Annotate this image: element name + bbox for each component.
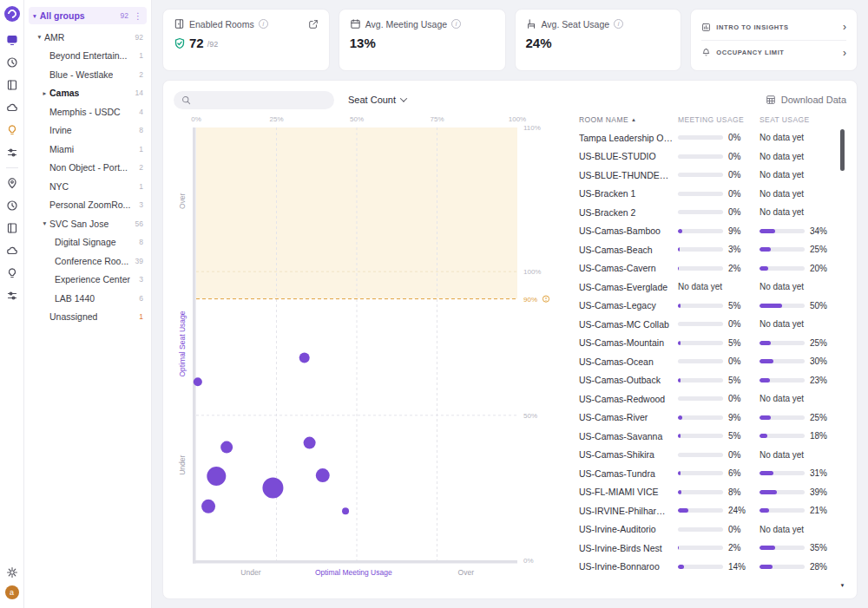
- download-data-button[interactable]: Download Data: [766, 95, 846, 105]
- table-row[interactable]: US-BLUE-STUDIO0%No data yet: [575, 147, 846, 167]
- table-row[interactable]: US-BLUE-THUNDERDOME0%No data yet: [575, 166, 846, 185]
- room-name: US-Camas-Redwood: [579, 394, 678, 404]
- table-row[interactable]: US-Camas-Ocean0%30%: [575, 352, 846, 371]
- seat-usage-cell: 35%: [760, 543, 832, 552]
- column-header-room-name[interactable]: ROOM NAME ▲: [579, 115, 678, 124]
- external-link-icon[interactable]: [308, 19, 319, 29]
- room-name: US-Camas-Shikira: [579, 449, 678, 460]
- room-name: US-Camas-Ocean: [579, 356, 678, 367]
- sidebar-item[interactable]: Conference Roo...39: [24, 252, 151, 271]
- group-count: 56: [132, 219, 143, 228]
- table-row[interactable]: US-Irvine-Bonnaroo14%28%: [575, 558, 846, 577]
- table-row[interactable]: US-Irvine-Birds Nest2%35%: [575, 539, 846, 558]
- occupancy-limit-link[interactable]: OCCUPANCY LIMIT ›: [701, 41, 846, 66]
- pin-icon[interactable]: [3, 172, 22, 194]
- sidebar-item[interactable]: Memphis - USDC4: [24, 102, 151, 121]
- chart-bubble[interactable]: [299, 352, 310, 363]
- sliders-icon[interactable]: [3, 284, 22, 307]
- scrollbar[interactable]: ▼: [838, 127, 846, 588]
- sidebar-item[interactable]: Irvine8: [24, 121, 151, 141]
- scrollbar-thumb[interactable]: [840, 129, 845, 171]
- table-row[interactable]: US-Camas-Legacy5%50%: [575, 297, 846, 316]
- chart-bubble[interactable]: [262, 477, 283, 498]
- sidebar-item[interactable]: Experience Center3: [24, 271, 151, 290]
- sidebar-item[interactable]: Digital Signage8: [24, 233, 151, 252]
- scroll-down-icon[interactable]: ▼: [840, 583, 845, 588]
- chart-bubble[interactable]: [194, 377, 202, 386]
- column-header-meeting-usage[interactable]: MEETING USAGE: [678, 115, 760, 124]
- book-icon[interactable]: [3, 217, 22, 239]
- table-row[interactable]: Tampa Leadership Offsite0%No data yet: [575, 128, 846, 147]
- settings-gear-icon[interactable]: [6, 566, 18, 579]
- usage-value: 28%: [810, 562, 827, 572]
- info-icon[interactable]: i: [259, 19, 268, 29]
- sidebar-item[interactable]: NYC1: [24, 177, 151, 196]
- sliders-icon[interactable]: [3, 141, 22, 164]
- search-input[interactable]: [196, 95, 326, 105]
- chart-bubble[interactable]: [342, 507, 349, 514]
- table-row[interactable]: US-Camas-EvergladeNo data yetNo data yet: [575, 278, 846, 297]
- chart-bubble[interactable]: [201, 500, 215, 513]
- table-row[interactable]: US-Camas-Redwood0%No data yet: [575, 389, 846, 409]
- sidebar-item[interactable]: ▾SVC San Jose56: [24, 214, 151, 233]
- rooms-table-body: Tampa Leadership Offsite0%No data yetUS-…: [575, 128, 846, 576]
- sidebar-item[interactable]: Non Object - Port...2: [24, 159, 151, 178]
- table-row[interactable]: US-Camas-Mountain5%25%: [575, 334, 846, 353]
- table-row[interactable]: US-Camas-Bamboo9%34%: [575, 222, 846, 241]
- sidebar-item[interactable]: LAB 14406: [24, 289, 151, 308]
- sidebar-item[interactable]: ▾AMR92: [24, 28, 151, 47]
- caret-down-icon: ▾: [33, 12, 36, 20]
- table-row[interactable]: US-Camas-Shikira0%No data yet: [575, 446, 846, 465]
- clock-icon[interactable]: [3, 194, 22, 217]
- table-row[interactable]: US-Camas-Cavern2%20%: [575, 259, 846, 278]
- usage-value: 25%: [810, 245, 827, 254]
- clock-icon[interactable]: [3, 51, 22, 74]
- sidebar-item[interactable]: ▸Camas14: [24, 84, 151, 103]
- cloud-icon[interactable]: [3, 239, 22, 262]
- table-row[interactable]: US-Irvine-Auditorio0%No data yet: [575, 520, 846, 539]
- chart-bubble[interactable]: [316, 468, 330, 482]
- table-header: ROOM NAME ▲ MEETING USAGE SEAT USAGE: [575, 114, 846, 128]
- usage-value: 0%: [728, 394, 740, 403]
- search-box[interactable]: [174, 91, 334, 109]
- caret-right-icon[interactable]: ▸: [40, 89, 49, 97]
- table-row[interactable]: US-FL-MIAMI VICE8%39%: [575, 483, 846, 502]
- table-row[interactable]: US-Camas-Outback5%23%: [575, 371, 846, 390]
- table-row[interactable]: US-Camas-MC Collab0%No data yet: [575, 315, 846, 334]
- kebab-menu-icon[interactable]: ⋮: [134, 11, 142, 21]
- monitor-icon[interactable]: [3, 29, 22, 51]
- info-icon[interactable]: i: [451, 19, 461, 29]
- caret-down-icon[interactable]: ▾: [40, 219, 49, 227]
- sidebar-item[interactable]: Blue - Westlake2: [24, 65, 151, 84]
- sidebar-item[interactable]: Unassigned1: [24, 308, 151, 327]
- table-row[interactable]: US-Bracken 10%No data yet: [575, 185, 846, 204]
- sidebar-item[interactable]: Personal ZoomRo...3: [24, 196, 151, 215]
- info-icon[interactable]: i: [614, 19, 623, 29]
- x-axis-line: [193, 560, 517, 564]
- sidebar-item[interactable]: Beyond Entertain...1: [24, 47, 151, 66]
- intro-to-insights-link[interactable]: INTRO TO INSIGHTS ›: [701, 15, 846, 40]
- table-row[interactable]: US-Camas-Savanna5%18%: [575, 427, 846, 446]
- column-header-seat-usage[interactable]: SEAT USAGE: [760, 115, 832, 124]
- table-row[interactable]: US-Bracken 20%No data yet: [575, 203, 846, 222]
- book-icon[interactable]: [3, 74, 22, 96]
- sidebar-item-all-groups[interactable]: ▾ All groups 92 ⋮: [29, 7, 147, 24]
- table-row[interactable]: US-Camas-Beach3%25%: [575, 240, 846, 259]
- chart-bubble[interactable]: [207, 467, 226, 486]
- cloud-icon[interactable]: [3, 96, 22, 119]
- room-name: US-Irvine-Birds Nest: [579, 543, 678, 553]
- table-row[interactable]: US-IRVINE-Philharmonie24%21%: [575, 501, 846, 520]
- chart-bubble[interactable]: [304, 437, 316, 449]
- chart-bubble[interactable]: [220, 441, 233, 454]
- seat-count-dropdown[interactable]: Seat Count: [348, 95, 406, 105]
- app-logo-icon[interactable]: [4, 6, 20, 22]
- table-row[interactable]: US-Camas-River9%25%: [575, 409, 846, 428]
- all-groups-label: All groups: [40, 10, 85, 21]
- caret-down-icon[interactable]: ▾: [35, 33, 44, 41]
- user-avatar[interactable]: a: [5, 585, 19, 599]
- sidebar-item[interactable]: Miami1: [24, 140, 151, 159]
- table-row[interactable]: US-Camas-Tundra6%31%: [575, 464, 846, 483]
- bulb-icon[interactable]: [3, 119, 22, 141]
- bulb-icon[interactable]: [3, 262, 22, 284]
- group-label: Irvine: [49, 125, 72, 135]
